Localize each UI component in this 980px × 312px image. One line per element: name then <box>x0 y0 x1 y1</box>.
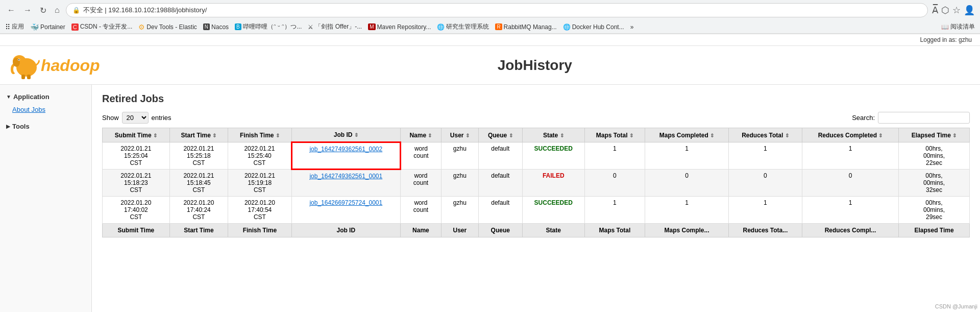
nacos-icon: N <box>203 23 210 30</box>
portainer-icon: 🐳 <box>30 23 39 31</box>
sidebar-application-label: Application <box>13 93 50 101</box>
col-queue[interactable]: Queue ⇕ <box>478 128 522 142</box>
star-icon[interactable]: ☆ <box>952 5 961 16</box>
csdn-icon: C <box>71 23 79 31</box>
bookmark-maven[interactable]: M Maven Repository... <box>368 23 431 31</box>
footer-start-time: Start Time <box>169 224 228 237</box>
footer-maps-completed: Maps Comple... <box>645 224 729 237</box>
col-user[interactable]: User ⇕ <box>442 128 478 142</box>
page-title: JobHistory <box>100 57 970 74</box>
bookmark-offer[interactable]: ⚔ 「剑指 Offer」-... <box>308 22 362 31</box>
sidebar-application-section: ▼ Application About Jobs <box>0 90 91 115</box>
cell-name: word count <box>400 197 441 224</box>
cell-queue: default <box>478 197 522 224</box>
logged-in-bar: Logged in as: gzhu <box>0 34 980 46</box>
show-entries: Show 10 20 25 50 100 entries <box>102 112 172 124</box>
bookmark-more[interactable]: » <box>630 23 634 31</box>
cell-elapsed-time: 00hrs, 00mins, 29sec <box>899 197 970 224</box>
address-bar[interactable]: 🔒 不安全 | 192.168.10.102:19888/jobhistory/ <box>66 3 928 17</box>
job-id-link[interactable]: job_1642749362561_0002 <box>309 146 382 153</box>
table-row: 2022.01.21 15:18:23 CST 2022.01.21 15:18… <box>103 170 970 197</box>
forward-button[interactable]: → <box>21 5 34 16</box>
app-header: hadoop JobHistory <box>0 46 980 85</box>
col-start-time[interactable]: Start Time ⇕ <box>169 128 228 142</box>
cell-finish-time: 2022.01.20 17:40:54 CST <box>228 197 292 224</box>
retired-jobs-title: Retired Jobs <box>102 93 970 105</box>
cell-start-time: 2022.01.20 17:40:24 CST <box>169 197 228 224</box>
address-text: 不安全 | 192.168.10.102:19888/jobhistory/ <box>83 6 207 15</box>
footer-reduces-total: Reduces Tota... <box>728 224 802 237</box>
bookmark-readlist[interactable]: 📖 阅读清单 <box>941 22 975 31</box>
rabbitmq-icon: R <box>495 23 502 30</box>
cell-submit-time: 2022.01.21 15:18:23 CST <box>103 170 170 197</box>
footer-queue: Queue <box>478 224 522 237</box>
cell-elapsed-time: 00hrs, 00mins, 22sec <box>899 142 970 170</box>
toolbar-icons: A̅ ⬡ ☆ 👤 <box>932 5 975 16</box>
table-header-row: Submit Time ⇕ Start Time ⇕ Finish Time ⇕… <box>103 128 970 142</box>
cell-maps-completed: 1 <box>645 197 729 224</box>
col-maps-total[interactable]: Maps Total ⇕ <box>584 128 645 142</box>
translate-icon[interactable]: A̅ <box>932 5 938 16</box>
devtools-icon: ⚙ <box>138 23 145 31</box>
cell-job-id[interactable]: job_1642749362561_0002 <box>291 142 400 170</box>
cell-reduces-completed: 1 <box>802 142 898 170</box>
application-arrow-icon: ▼ <box>6 94 11 100</box>
bookmark-dockerhub[interactable]: 🌐 Docker Hub Cont... <box>563 23 624 31</box>
search-input[interactable] <box>878 112 970 124</box>
home-button[interactable]: ⌂ <box>53 5 62 16</box>
col-maps-completed[interactable]: Maps Completed ⇕ <box>645 128 729 142</box>
logged-in-text: Logged in as: gzhu <box>920 36 972 43</box>
tools-arrow-icon: ▶ <box>6 124 10 129</box>
sidebar-item-about-jobs[interactable]: About Jobs <box>0 104 91 115</box>
offer-icon: ⚔ <box>308 23 313 31</box>
bookmark-rabbitmq[interactable]: R RabbitMQ Manag... <box>495 23 556 31</box>
job-id-link[interactable]: job_1642669725724_0001 <box>309 199 382 206</box>
cell-job-id[interactable]: job_1642749362561_0001 <box>291 170 400 197</box>
footer-name: Name <box>400 224 441 237</box>
svg-rect-5 <box>21 75 25 79</box>
sidebar-application-header[interactable]: ▼ Application <box>0 90 91 104</box>
app-container: ▼ Application About Jobs ▶ Tools Retired… <box>0 85 980 312</box>
apps-icon: ⠿ <box>5 23 10 31</box>
cell-reduces-total: 0 <box>728 170 802 197</box>
footer-user: User <box>442 224 478 237</box>
graduate-icon: 🌐 <box>437 23 445 31</box>
bookmark-graduate[interactable]: 🌐 研究生管理系统 <box>437 22 489 31</box>
cell-maps-completed: 0 <box>645 170 729 197</box>
maven-icon: M <box>368 23 375 30</box>
footer-reduces-completed: Reduces Compl... <box>802 224 898 237</box>
bookmark-csdn[interactable]: C CSDN - 专业开发... <box>71 22 133 31</box>
cell-state: SUCCEEDED <box>523 197 585 224</box>
hadoop-logo: hadoop <box>10 51 100 79</box>
back-button[interactable]: ← <box>5 5 17 16</box>
bilibili-icon: B <box>235 23 241 30</box>
col-elapsed-time[interactable]: Elapsed Time ⇕ <box>899 128 970 142</box>
cell-job-id[interactable]: job_1642669725724_0001 <box>291 197 400 224</box>
bookmark-bilibili[interactable]: B 哔哩哔哩（ᵔ ᵕ ᵔ）つ... <box>235 22 302 31</box>
cell-reduces-completed: 1 <box>802 197 898 224</box>
bookmark-apps[interactable]: ⠿ 应用 <box>5 22 24 31</box>
job-id-link[interactable]: job_1642749362561_0001 <box>309 173 382 180</box>
col-state[interactable]: State ⇕ <box>523 128 585 142</box>
profile-icon[interactable]: 👤 <box>964 5 975 16</box>
col-reduces-total[interactable]: Reduces Total ⇕ <box>728 128 802 142</box>
show-label: Show <box>102 114 119 122</box>
cell-start-time: 2022.01.21 15:25:18 CST <box>169 142 228 170</box>
bookmark-portainer[interactable]: 🐳 Portainer <box>30 23 65 31</box>
entries-select[interactable]: 10 20 25 50 100 <box>122 112 149 124</box>
bookmark-nacos[interactable]: N Nacos <box>203 23 229 31</box>
col-submit-time[interactable]: Submit Time ⇕ <box>103 128 170 142</box>
col-name[interactable]: Name ⇕ <box>400 128 441 142</box>
footer-state: State <box>523 224 585 237</box>
sidebar-tools-header[interactable]: ▶ Tools <box>0 119 91 133</box>
col-job-id[interactable]: Job ID ⇕ <box>291 128 400 142</box>
col-finish-time[interactable]: Finish Time ⇕ <box>228 128 292 142</box>
col-reduces-completed[interactable]: Reduces Completed ⇕ <box>802 128 898 142</box>
footer-job-id: Job ID <box>291 224 400 237</box>
table-row: 2022.01.20 17:40:02 CST 2022.01.20 17:40… <box>103 197 970 224</box>
refresh-button[interactable]: ↻ <box>38 5 48 16</box>
extension-icon[interactable]: ⬡ <box>941 5 949 16</box>
cell-user: gzhu <box>442 142 478 170</box>
bookmark-devtools[interactable]: ⚙ Dev Tools - Elastic <box>138 23 197 31</box>
cell-maps-completed: 1 <box>645 142 729 170</box>
